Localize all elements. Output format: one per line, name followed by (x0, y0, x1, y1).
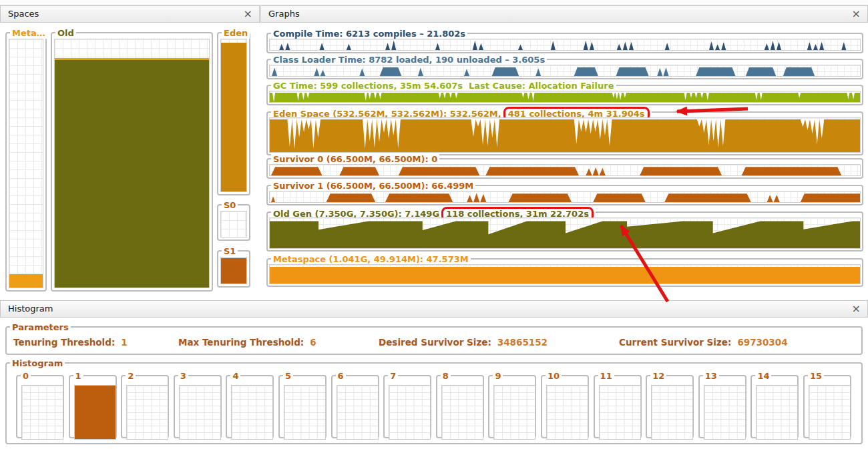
space-label-eden: Eden (222, 27, 250, 39)
age-group-4: 4 (226, 375, 274, 438)
age-grid-12 (651, 385, 693, 440)
graph-group-compile-time: Compile Time: 6213 compiles – 21.802s (266, 33, 863, 53)
age-group-14: 14 (750, 375, 799, 438)
space-group-old: Old (51, 32, 213, 292)
space-box-old (54, 39, 210, 288)
age-group-0: 0 (16, 375, 64, 438)
age-group-3: 3 (174, 375, 222, 438)
age-label-2: 2 (126, 370, 136, 382)
age-label-5: 5 (283, 370, 293, 382)
histogram-group-title: Histogram (10, 358, 65, 369)
age-grid-7 (389, 385, 431, 440)
graphs-close-icon[interactable]: × (852, 7, 861, 21)
graph-label-text-gc-time: GC Time: 599 collections, 35m 54.607s La… (273, 81, 614, 91)
histogram-panel-header: Histogram × (0, 300, 868, 318)
graph-strip-compile-time (269, 39, 861, 51)
space-label-old: Old (55, 27, 76, 39)
age-label-4: 4 (230, 370, 240, 382)
space-box-s0 (220, 211, 247, 238)
parameter-value: 1 (121, 337, 127, 348)
graph-group-gc-time: GC Time: 599 collections, 35m 54.607s La… (266, 85, 863, 105)
graph-group-metaspace-graph: Metaspace (1.041G, 49.914M): 47.573M (266, 258, 863, 287)
age-grid-1 (74, 385, 116, 440)
age-group-7: 7 (383, 375, 431, 438)
age-label-9: 9 (493, 370, 503, 382)
spaces-panel-title: Spaces (8, 9, 39, 19)
age-label-12: 12 (650, 370, 666, 382)
graph-group-survivor-0: Survivor 0 (66.500M, 66.500M): 0 (266, 158, 863, 179)
graph-label-text-class-loader-time: Class Loader Time: 8782 loaded, 190 unlo… (273, 55, 545, 65)
parameters-group-title: Parameters (10, 322, 71, 333)
age-label-15: 15 (808, 370, 824, 382)
space-label-metaspace: Meta… (10, 27, 47, 39)
graphs-panel-title: Graphs (268, 9, 300, 19)
age-label-13: 13 (703, 370, 719, 382)
age-grid-10 (546, 385, 588, 440)
parameter-desired-survivor-size: Desired Survivor Size:34865152 (379, 337, 548, 348)
space-fill-old (55, 58, 209, 288)
age-grid-14 (756, 385, 798, 440)
space-box-eden (220, 39, 247, 192)
graph-label-survivor-1: Survivor 1 (66.500M, 66.500M): 66.499M (271, 180, 475, 191)
graph-strip-gc-time (269, 91, 861, 103)
age-label-6: 6 (336, 370, 346, 382)
age-group-12: 12 (646, 375, 694, 438)
spaces-close-icon[interactable]: × (244, 7, 252, 21)
graph-label-metaspace-graph: Metaspace (1.041G, 49.914M): 47.573M (271, 254, 471, 265)
graph-group-class-loader-time: Class Loader Time: 8782 loaded, 190 unlo… (266, 59, 863, 79)
age-grid-0 (21, 385, 63, 440)
age-group-13: 13 (698, 375, 746, 438)
space-group-metaspace: Meta… (5, 32, 47, 292)
space-group-s1: S1 (217, 250, 250, 288)
age-fill-1 (75, 386, 116, 439)
age-grid-5 (284, 385, 326, 440)
graph-label-text-metaspace-graph: Metaspace (1.041G, 49.914M): 47.573M (273, 254, 469, 264)
graph-group-eden-space: Eden Space (532.562M, 532.562M): 532.562… (266, 111, 863, 155)
age-label-3: 3 (178, 370, 188, 382)
graph-strip-old-gen (269, 217, 861, 249)
parameter-label: Tenuring Threshold: (13, 337, 115, 348)
age-grid-2 (126, 385, 168, 440)
space-label-s0: S0 (222, 199, 238, 211)
histogram-panel-title: Histogram (8, 304, 53, 314)
space-group-eden: Eden (217, 32, 250, 195)
space-fill-metaspace (9, 274, 43, 288)
parameter-label: Current Survivor Size: (619, 337, 731, 348)
graph-label-gc-time: GC Time: 599 collections, 35m 54.607s La… (271, 80, 616, 91)
age-label-14: 14 (755, 370, 771, 382)
space-box-s1 (220, 257, 247, 284)
age-label-8: 8 (441, 370, 451, 382)
space-box-metaspace (9, 39, 43, 288)
space-group-s0: S0 (217, 204, 250, 241)
age-label-7: 7 (388, 370, 398, 382)
age-grid-6 (337, 385, 379, 440)
parameters-group: ParametersTenuring Threshold:1Max Tenuri… (5, 326, 863, 355)
age-group-11: 11 (594, 375, 642, 438)
age-grid-3 (179, 385, 221, 440)
graph-strip-class-loader-time (269, 65, 861, 77)
graph-label-text-survivor-1: Survivor 1 (66.500M, 66.500M): 66.499M (273, 181, 473, 191)
age-grid-15 (809, 385, 851, 440)
age-group-6: 6 (331, 375, 379, 438)
graph-group-survivor-1: Survivor 1 (66.500M, 66.500M): 66.499M (266, 185, 863, 205)
parameter-max-tenuring-threshold: Max Tenuring Threshold:6 (178, 337, 316, 348)
graph-label-class-loader-time: Class Loader Time: 8782 loaded, 190 unlo… (271, 54, 547, 65)
age-label-11: 11 (598, 370, 614, 382)
space-fill-s1 (221, 258, 246, 284)
graph-label-text-compile-time: Compile Time: 6213 compiles – 21.802s (273, 29, 465, 39)
spaces-panel-header: Spaces × (0, 5, 260, 23)
age-group-5: 5 (278, 375, 327, 438)
age-group-15: 15 (803, 375, 851, 438)
space-fill-eden (221, 43, 246, 191)
graph-strip-eden-space (269, 117, 861, 153)
age-grid-9 (493, 385, 535, 440)
age-grid-11 (599, 385, 641, 440)
window-top-strip (0, 0, 868, 5)
parameter-label: Desired Survivor Size: (379, 337, 491, 348)
graphs-panel-header: Graphs × (260, 5, 868, 23)
graph-strip-survivor-1 (269, 191, 861, 203)
visualgc-window: Spaces × Graphs × Histogram × Meta…OldEd… (0, 0, 868, 449)
histogram-close-icon[interactable]: × (852, 302, 861, 316)
age-grid-8 (441, 385, 483, 440)
age-group-10: 10 (541, 375, 589, 438)
